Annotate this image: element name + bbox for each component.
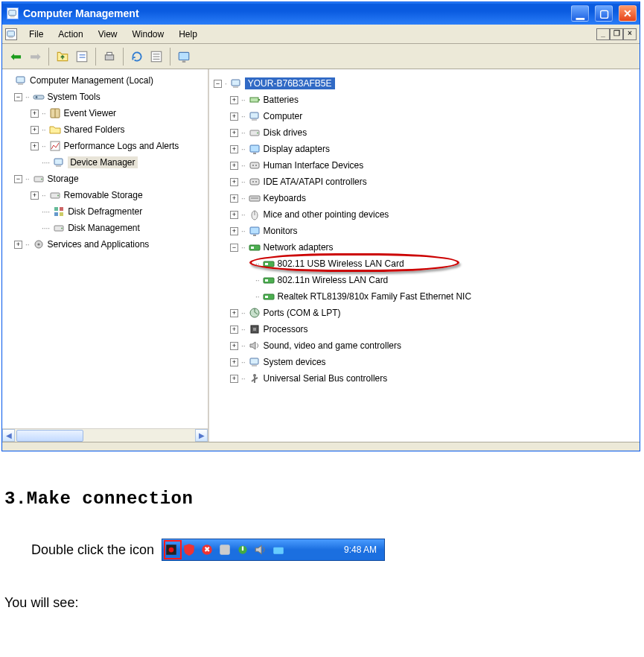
refresh-button[interactable] bbox=[128, 48, 146, 66]
tree-device-manager[interactable]: ···· Device Manager bbox=[4, 154, 206, 171]
device-sound[interactable]: +··Sound, video and game controllers bbox=[214, 337, 635, 354]
expand-icon[interactable]: + bbox=[230, 96, 238, 104]
nav-back-button[interactable]: ⬅ bbox=[7, 48, 25, 66]
window-minimize-button[interactable]: ▁ bbox=[571, 5, 589, 22]
instruction-text: Double click the icon bbox=[31, 542, 154, 558]
expand-icon[interactable]: + bbox=[230, 211, 238, 219]
nav-forward-button[interactable]: ➡ bbox=[26, 48, 44, 66]
device-tree[interactable]: −· YOUR-B76B3AFB5E +··Batteries +··Compu… bbox=[212, 72, 637, 390]
expand-icon[interactable]: + bbox=[230, 129, 238, 137]
tree-services-apps[interactable]: +·· Services and Applications bbox=[4, 236, 206, 253]
expand-icon[interactable]: + bbox=[230, 178, 238, 186]
expand-icon[interactable]: + bbox=[230, 342, 238, 350]
removable-tray-icon bbox=[236, 543, 249, 556]
monitor-icon bbox=[249, 225, 261, 237]
scroll-left-button[interactable]: ◀ bbox=[2, 429, 15, 442]
window-maximize-button[interactable]: ▢ bbox=[595, 5, 613, 22]
volume-tray-icon bbox=[254, 543, 267, 556]
device-ports[interactable]: +··Ports (COM & LPT) bbox=[214, 305, 635, 321]
expand-icon[interactable]: + bbox=[230, 227, 238, 235]
tree-disk-management[interactable]: ···· Disk Management bbox=[4, 220, 206, 236]
menu-action[interactable]: Action bbox=[51, 27, 90, 42]
device-root[interactable]: −· YOUR-B76B3AFB5E bbox=[214, 75, 635, 92]
tree-system-tools[interactable]: −·· System Tools bbox=[4, 89, 206, 105]
device-na1[interactable]: ··802.11 USB Wireless LAN Card bbox=[214, 256, 635, 272]
expand-icon[interactable]: + bbox=[230, 326, 238, 334]
toolbar-separator bbox=[48, 48, 49, 66]
expand-icon[interactable]: + bbox=[14, 241, 22, 249]
toolbar-separator bbox=[123, 48, 124, 66]
device-na2[interactable]: ··802.11n Wireless LAN Card bbox=[214, 272, 635, 288]
horizontal-scrollbar[interactable]: ◀ ▶ bbox=[2, 428, 208, 442]
expand-icon[interactable]: + bbox=[31, 110, 39, 118]
window-close-button[interactable]: ✕ bbox=[619, 5, 637, 22]
collapse-icon[interactable]: − bbox=[230, 244, 238, 252]
expand-icon[interactable]: + bbox=[230, 358, 238, 366]
properties-button[interactable] bbox=[147, 48, 165, 66]
device-disk-drives[interactable]: +··Disk drives bbox=[214, 124, 635, 141]
device-manager-icon bbox=[53, 156, 65, 168]
collapse-icon[interactable]: − bbox=[14, 175, 22, 183]
menu-window[interactable]: Window bbox=[125, 27, 172, 42]
nic-icon bbox=[263, 274, 275, 286]
scan-hardware-button[interactable] bbox=[175, 48, 193, 66]
device-ide[interactable]: +··IDE ATA/ATAPI controllers bbox=[214, 174, 635, 190]
mdi-system-icon[interactable] bbox=[5, 28, 17, 40]
device-computer[interactable]: +··Computer bbox=[214, 108, 635, 124]
computer-management-window: Computer Management ▁ ▢ ✕ File Action Vi… bbox=[1, 1, 640, 451]
usb-icon bbox=[249, 372, 261, 384]
scroll-thumb[interactable] bbox=[16, 430, 83, 442]
expand-icon[interactable]: + bbox=[230, 112, 238, 121]
device-monitors[interactable]: +··Monitors bbox=[214, 223, 635, 239]
device-mice[interactable]: +··Mice and other pointing devices bbox=[214, 206, 635, 223]
tree-storage[interactable]: −·· Storage bbox=[4, 171, 206, 187]
toolbar-separator bbox=[95, 48, 96, 66]
device-na3[interactable]: ··Realtek RTL8139/810x Family Fast Ether… bbox=[214, 288, 635, 305]
tree-root[interactable]: Computer Management (Local) bbox=[4, 72, 206, 89]
event-viewer-icon bbox=[49, 107, 61, 119]
device-display-adapters[interactable]: +··Display adapters bbox=[214, 141, 635, 157]
expand-icon[interactable]: + bbox=[230, 309, 238, 317]
scroll-right-button[interactable]: ▶ bbox=[195, 429, 208, 442]
expand-icon[interactable]: + bbox=[230, 145, 238, 153]
expand-icon[interactable]: + bbox=[31, 142, 39, 150]
console-tree[interactable]: Computer Management (Local) −·· System T… bbox=[2, 69, 208, 428]
hid-icon bbox=[249, 159, 261, 171]
expand-icon[interactable]: + bbox=[31, 126, 39, 134]
lan-tray-icon bbox=[272, 543, 285, 556]
expand-icon[interactable]: + bbox=[230, 375, 238, 383]
ports-icon bbox=[249, 307, 261, 319]
mdi-minimize-button[interactable]: _ bbox=[596, 28, 610, 40]
window-titlebar[interactable]: Computer Management ▁ ▢ ✕ bbox=[2, 2, 640, 25]
device-processors[interactable]: +··Processors bbox=[214, 321, 635, 337]
menu-view[interactable]: View bbox=[91, 27, 125, 42]
svg-point-45 bbox=[169, 548, 174, 553]
tree-shared-folders[interactable]: +·· Shared Folders bbox=[4, 121, 206, 138]
device-hid[interactable]: +··Human Interface Devices bbox=[214, 157, 635, 174]
tree-event-viewer[interactable]: +·· Event Viewer bbox=[4, 105, 206, 121]
tree-disk-defrag[interactable]: ···· Disk Defragmenter bbox=[4, 203, 206, 220]
device-batteries[interactable]: +··Batteries bbox=[214, 92, 635, 108]
show-hide-tree-button[interactable] bbox=[73, 48, 91, 66]
tree-perf-logs[interactable]: +·· Performance Logs and Alerts bbox=[4, 138, 206, 154]
expand-icon[interactable]: + bbox=[230, 162, 238, 170]
menu-file[interactable]: File bbox=[22, 27, 51, 42]
up-one-level-button[interactable] bbox=[54, 48, 71, 66]
device-network-adapters[interactable]: −··Network adapters bbox=[214, 239, 635, 256]
device-usb[interactable]: +··Universal Serial Bus controllers bbox=[214, 370, 635, 387]
scroll-track[interactable] bbox=[15, 429, 195, 442]
print-button[interactable] bbox=[101, 48, 118, 66]
expand-icon[interactable]: + bbox=[31, 191, 39, 200]
collapse-icon[interactable]: − bbox=[214, 80, 222, 88]
removable-storage-icon bbox=[49, 189, 61, 201]
disk-management-icon bbox=[53, 222, 65, 234]
collapse-icon[interactable]: − bbox=[14, 93, 22, 101]
expand-icon[interactable]: + bbox=[230, 194, 238, 203]
device-keyboards[interactable]: +··Keyboards bbox=[214, 190, 635, 206]
mdi-close-button[interactable]: × bbox=[623, 28, 637, 40]
menu-help[interactable]: Help bbox=[171, 27, 205, 42]
mdi-restore-button[interactable]: ❐ bbox=[610, 28, 623, 40]
tree-removable-storage[interactable]: +·· Removable Storage bbox=[4, 187, 206, 203]
network-tray-icon: ✖ bbox=[200, 543, 214, 556]
device-system-devices[interactable]: +··System devices bbox=[214, 354, 635, 370]
